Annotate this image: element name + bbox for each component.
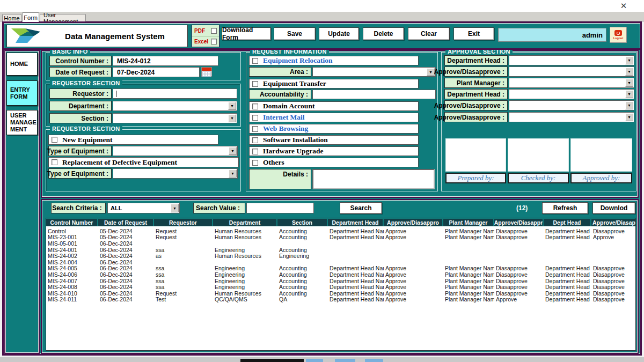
area-combo[interactable]: ▼ [312, 67, 436, 77]
chevron-down-icon[interactable]: ▼ [228, 114, 236, 122]
delete-button[interactable]: Delete [363, 27, 404, 40]
table-column-header[interactable]: Control Number [46, 219, 97, 226]
replacement-checkbox[interactable] [52, 159, 57, 165]
table-column-header[interactable]: Dept Head [544, 219, 590, 226]
new-equipment-checkbox[interactable] [52, 137, 57, 143]
section-combo[interactable]: ▼ [113, 113, 237, 123]
table-column-header[interactable]: Department [213, 219, 276, 226]
refresh-button[interactable]: Refresh [542, 202, 588, 214]
exit-button[interactable]: Exit [453, 27, 494, 40]
sidebar-item-home[interactable]: HOME [6, 53, 38, 76]
chevron-down-icon[interactable]: ▼ [229, 147, 237, 155]
chevron-down-icon[interactable]: ▼ [171, 204, 179, 212]
equipment-relocation-row[interactable]: Equipment Relocation [249, 56, 419, 65]
department-combo[interactable]: ▼ [113, 101, 237, 111]
details-textarea[interactable] [312, 169, 435, 189]
search-value-input[interactable] [246, 203, 314, 213]
internet-mail-checkbox[interactable] [252, 115, 258, 121]
chevron-down-icon[interactable]: ▼ [625, 56, 633, 64]
excel-checkbox[interactable] [211, 39, 217, 45]
chevron-down-icon[interactable]: ▼ [625, 90, 633, 98]
dept-head-combo-1[interactable]: ▼ [509, 55, 634, 65]
chevron-down-icon[interactable]: ▼ [625, 101, 633, 109]
table-row[interactable]: MIS-24-00506-Dec-2024ssaEngineeringAccou… [46, 265, 635, 272]
plant-manager-combo[interactable]: ▼ [509, 78, 634, 88]
table-row[interactable]: MIS-24-00106-Dec-2024ssaEngineeringAccou… [46, 247, 635, 253]
others-checkbox[interactable] [252, 160, 258, 166]
type-of-equipment-combo-1[interactable]: ▼ [113, 146, 238, 156]
table-column-header[interactable]: Approve/Diasappr [494, 219, 543, 226]
hardware-upgrade-checkbox[interactable] [252, 149, 258, 154]
others-row[interactable]: Others [249, 158, 419, 167]
approve-disapprove-combo-3[interactable]: ▼ [509, 112, 634, 122]
taskbar-item[interactable] [365, 359, 383, 362]
web-browsing-row[interactable]: Web Browsing [249, 124, 419, 134]
sidebar-item-user-management[interactable]: USER MANAGE MENT [6, 110, 38, 135]
tab-user-management[interactable]: User Management [40, 14, 86, 22]
table-row[interactable]: Control05-Dec-2024RequestHuman Resources… [46, 228, 635, 234]
table-column-header[interactable]: Approve/Diasappro [384, 219, 442, 226]
chevron-down-icon[interactable]: ▼ [228, 102, 236, 110]
approve-disapprove-combo-2[interactable]: ▼ [509, 100, 634, 110]
sidebar-item-entry-form[interactable]: ENTRY FORM [6, 80, 38, 106]
table-column-header[interactable]: Department Head [328, 219, 383, 226]
chevron-down-icon[interactable]: ▼ [625, 68, 633, 76]
internet-mail-row[interactable]: Internet Mail [249, 113, 419, 122]
control-number-field[interactable]: MIS-24-012 [113, 56, 218, 66]
approve-disapprove-combo-1[interactable]: ▼ [509, 67, 634, 77]
tab-home[interactable]: Home [2, 14, 21, 22]
records-table[interactable]: Control NumberDate of RequestRequestorDe… [46, 218, 636, 351]
calendar-icon[interactable] [201, 67, 212, 77]
download-form-button[interactable]: Download Form [222, 27, 271, 40]
table-row[interactable]: MIS-05-00106-Dec-2024 [46, 240, 635, 247]
pdf-checkbox[interactable] [211, 28, 217, 34]
search-button[interactable]: Search [340, 202, 382, 214]
table-column-header[interactable]: Section [277, 219, 327, 226]
web-browsing-checkbox[interactable] [252, 126, 258, 132]
search-criteria-combo[interactable]: ALL ▼ [107, 203, 180, 213]
requestor-input[interactable] [113, 88, 237, 99]
accountability-input[interactable] [312, 90, 436, 99]
logout-icon [614, 30, 622, 36]
pdf-option[interactable]: PDF [192, 25, 219, 36]
close-icon[interactable]: ✕ [618, 1, 629, 11]
table-column-header[interactable]: Requestor [154, 219, 212, 226]
domain-account-row[interactable]: Domain Account [249, 101, 419, 111]
table-row[interactable]: MIS-24-00706-Dec-2024ssaEngineeringAccou… [46, 278, 635, 284]
table-row[interactable]: MIS-24-01005-Dec-2024RequestHuman Resour… [46, 290, 635, 297]
save-button[interactable]: Save [274, 27, 316, 40]
chevron-down-icon[interactable]: ▼ [625, 79, 633, 87]
table-row[interactable]: MIS-24-00606-Dec-2024ssaEngineeringAccou… [46, 271, 635, 278]
equipment-transfer-checkbox[interactable] [252, 81, 258, 87]
logout-button[interactable]: Logout [610, 27, 627, 43]
software-installation-checkbox[interactable] [252, 137, 258, 143]
table-column-header[interactable]: Date of Request [98, 219, 153, 226]
new-equipment-row[interactable]: New Equipment [48, 135, 218, 145]
table-column-header[interactable]: Plant Manager [443, 219, 493, 226]
type-of-equipment-combo-2[interactable]: ▼ [113, 168, 238, 179]
hardware-upgrade-row[interactable]: Hardware Upgrade [249, 146, 419, 156]
domain-account-checkbox[interactable] [252, 104, 258, 109]
taskbar-item[interactable] [306, 359, 323, 362]
replacement-row[interactable]: Replacement of Defective Equipment [48, 157, 239, 167]
table-row[interactable]: MIS-24-00406-Dec-2024 [46, 259, 635, 265]
table-row[interactable]: MIS-23-00105-Dec-2024RequestHuman Resour… [46, 234, 635, 241]
equipment-transfer-row[interactable]: Equipment Transfer [249, 79, 419, 88]
dept-head-combo-2[interactable]: ▼ [509, 89, 634, 99]
equipment-relocation-checkbox[interactable] [252, 58, 258, 64]
download-button[interactable]: Downlod [592, 202, 635, 214]
username-field[interactable]: admin [498, 28, 606, 42]
table-row[interactable]: MIS-24-00806-Dec-2024ssaEngineeringAccou… [46, 284, 635, 290]
tab-form[interactable]: Form [22, 12, 39, 22]
table-row[interactable]: MIS-24-01106-Dec-2024TestQC/QA/QMSQADepa… [46, 297, 635, 303]
table-column-header[interactable]: Approve/Diasap [591, 219, 636, 226]
clear-button[interactable]: Clear [408, 27, 450, 40]
chevron-down-icon[interactable]: ▼ [625, 113, 633, 121]
table-row[interactable]: MIS-24-00206-Dec-2024asHuman ResourcesEn… [46, 253, 635, 259]
update-button[interactable]: Update [319, 27, 359, 40]
excel-option[interactable]: Excel [192, 36, 219, 47]
chevron-down-icon[interactable]: ▼ [229, 169, 237, 178]
taskbar-item[interactable] [335, 359, 355, 362]
date-of-request-field[interactable]: 07-Dec-2024 [113, 67, 200, 77]
software-installation-row[interactable]: Software Installation [249, 135, 419, 145]
